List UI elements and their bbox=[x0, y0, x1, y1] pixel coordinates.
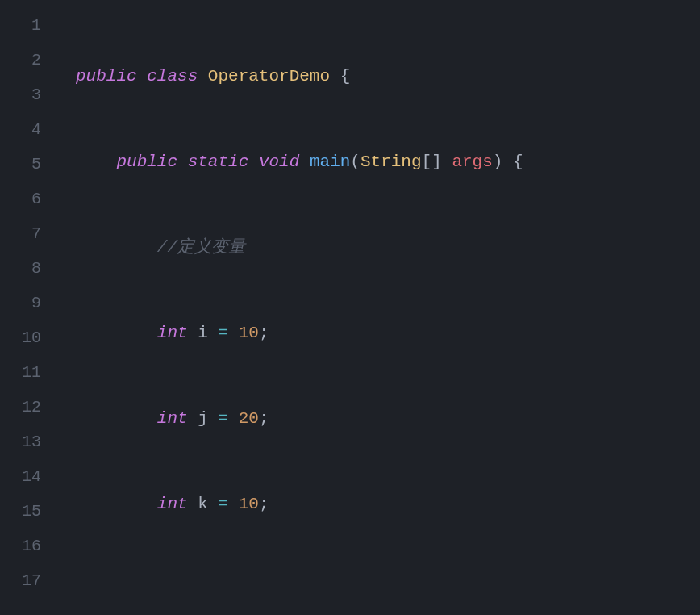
brace: { bbox=[330, 67, 350, 86]
var-j: j bbox=[198, 409, 208, 428]
type-string: String bbox=[360, 153, 422, 171]
line-number: 3 bbox=[8, 77, 41, 112]
code-line[interactable]: //定义变量 bbox=[76, 230, 700, 265]
param-args: args bbox=[452, 153, 492, 171]
class-name: OperatorDemo bbox=[208, 67, 330, 86]
code-area[interactable]: public class OperatorDemo { public stati… bbox=[56, 0, 700, 615]
var-i: i bbox=[198, 324, 208, 342]
code-line[interactable]: int k = 10; bbox=[76, 487, 700, 521]
line-number: 5 bbox=[8, 147, 41, 182]
keyword-public: public bbox=[116, 153, 177, 171]
code-line[interactable]: public class OperatorDemo { bbox=[76, 59, 700, 94]
line-number: 11 bbox=[8, 355, 41, 390]
number: 10 bbox=[239, 495, 259, 513]
operator-assign: = bbox=[218, 495, 228, 513]
method-main: main bbox=[310, 153, 350, 171]
operator-assign: = bbox=[218, 324, 228, 342]
number: 10 bbox=[239, 324, 259, 342]
line-number: 12 bbox=[8, 390, 41, 425]
line-number: 1 bbox=[8, 8, 41, 43]
keyword-static: static bbox=[188, 153, 249, 171]
code-line[interactable]: int i = 10; bbox=[76, 316, 700, 350]
code-line[interactable]: int j = 20; bbox=[76, 401, 700, 436]
type-int: int bbox=[157, 495, 188, 513]
keyword-void: void bbox=[259, 153, 299, 171]
line-number: 17 bbox=[8, 563, 41, 598]
line-number: 7 bbox=[8, 216, 41, 251]
number: 20 bbox=[239, 409, 259, 428]
operator-assign: = bbox=[218, 409, 228, 428]
code-line[interactable]: public static void main(String[] args) { bbox=[76, 144, 700, 179]
line-number: 4 bbox=[8, 112, 41, 147]
code-line[interactable] bbox=[76, 572, 700, 607]
line-number: 8 bbox=[8, 251, 41, 286]
type-int: int bbox=[157, 324, 188, 342]
line-number: 2 bbox=[8, 43, 41, 77]
var-k: k bbox=[198, 495, 208, 513]
line-number: 6 bbox=[8, 182, 41, 216]
line-number: 9 bbox=[8, 286, 41, 320]
comment: //定义变量 bbox=[157, 238, 245, 257]
keyword-class: class bbox=[137, 67, 208, 86]
type-int: int bbox=[157, 409, 188, 428]
line-number: 13 bbox=[8, 425, 41, 459]
code-editor[interactable]: 1 2 3 4 5 6 7 8 9 10 11 12 13 14 15 16 1… bbox=[0, 0, 700, 615]
keyword-public: public bbox=[76, 67, 137, 86]
line-number-gutter: 1 2 3 4 5 6 7 8 9 10 11 12 13 14 15 16 1… bbox=[0, 0, 56, 615]
line-number: 14 bbox=[8, 459, 41, 494]
line-number: 16 bbox=[8, 529, 41, 563]
line-number: 10 bbox=[8, 320, 41, 355]
line-number: 15 bbox=[8, 494, 41, 529]
